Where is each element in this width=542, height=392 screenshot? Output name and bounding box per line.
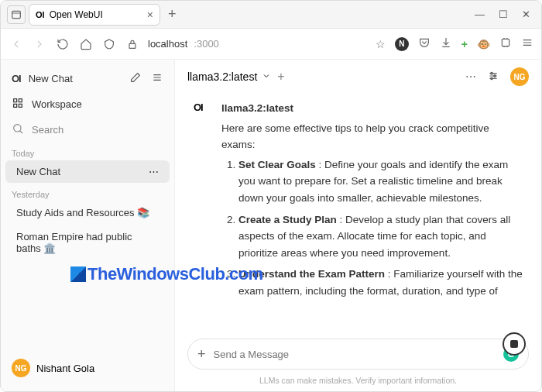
tip-item: Understand the Exam Pattern : Familiariz…	[238, 266, 523, 299]
sidebar-menu-icon[interactable]	[151, 71, 163, 86]
home-icon[interactable]	[78, 36, 94, 52]
workspace-label: Workspace	[32, 98, 82, 110]
svg-rect-13	[14, 104, 17, 107]
svg-rect-11	[14, 99, 17, 102]
browser-tab[interactable]: OI Open WebUI ×	[29, 4, 160, 26]
sidebar-tabs-icon[interactable]	[7, 5, 26, 24]
tip-item: Create a Study Plan : Develop a study pl…	[238, 211, 523, 262]
svg-point-20	[491, 72, 493, 74]
message-input-box[interactable]: + G	[187, 339, 529, 370]
maximize-icon[interactable]: ☐	[499, 9, 508, 20]
user-name: Nishant Gola	[36, 363, 94, 374]
back-icon[interactable]	[9, 36, 24, 52]
section-yesterday: Yesterday	[1, 184, 174, 201]
assistant-message: OI llama3.2:latest Here are some effecti…	[194, 100, 523, 304]
profile-icon[interactable]: 🐵	[477, 38, 490, 50]
workspace-icon	[12, 97, 24, 112]
close-window-icon[interactable]: ✕	[522, 9, 530, 20]
tab-title: Open WebUI	[50, 9, 103, 20]
extension-n-icon[interactable]: N	[395, 37, 409, 51]
minimize-icon[interactable]: —	[475, 9, 485, 20]
reload-icon[interactable]	[55, 36, 70, 52]
user-avatar: NG	[12, 359, 30, 377]
address-bar[interactable]: localhost:3000	[148, 38, 368, 50]
add-model-button[interactable]: +	[277, 70, 284, 84]
new-chat-link[interactable]: New Chat	[29, 73, 73, 84]
svg-rect-12	[19, 99, 22, 102]
browser-toolbar: localhost:3000 ☆ N + 🐵	[1, 29, 541, 60]
svg-rect-2	[129, 43, 136, 48]
model-selector[interactable]: llama3.2:latest	[187, 70, 271, 83]
svg-point-15	[14, 125, 21, 132]
message-intro: Here are some effective tips to help you…	[221, 120, 523, 153]
url-port: :3000	[194, 38, 219, 50]
pocket-icon[interactable]	[418, 36, 431, 51]
svg-rect-4	[502, 39, 509, 46]
svg-point-22	[491, 77, 493, 80]
settings-icon[interactable]	[487, 70, 499, 84]
more-icon[interactable]: ⋯	[465, 70, 476, 83]
extensions-icon[interactable]	[499, 36, 512, 51]
assistant-avatar: OI	[194, 100, 212, 304]
chat-item-new-chat[interactable]: New Chat ⋯	[5, 160, 170, 183]
sidebar-user[interactable]: NG Nishant Gola	[1, 351, 174, 385]
message-input[interactable]	[214, 349, 496, 360]
search-placeholder: Search	[32, 124, 63, 136]
chat-item-label: Roman Empire had public baths 🏛️	[16, 231, 159, 254]
tip-item: Set Clear Goals : Define your goals and …	[238, 156, 523, 207]
app-logo: OI	[12, 73, 21, 84]
chevron-down-icon	[262, 70, 271, 83]
chat-item-label: New Chat	[16, 166, 60, 177]
workspace-link[interactable]: Workspace	[1, 91, 174, 117]
svg-rect-14	[19, 104, 22, 107]
chat-item-study-aids[interactable]: Study Aids and Resources 📚	[5, 201, 170, 224]
close-tab-icon[interactable]: ×	[147, 9, 153, 21]
menu-icon[interactable]	[521, 36, 533, 51]
extension-plus-icon[interactable]: +	[461, 38, 468, 50]
search-icon	[12, 122, 24, 137]
attach-icon[interactable]: +	[197, 346, 206, 363]
titlebar: OI Open WebUI × + — ☐ ✕	[1, 1, 541, 29]
header-avatar[interactable]: NG	[510, 67, 529, 86]
tab-favicon: OI	[36, 10, 45, 19]
shield-icon[interactable]	[101, 36, 117, 52]
svg-rect-0	[12, 11, 21, 18]
stop-button[interactable]	[503, 332, 526, 356]
bookmark-icon[interactable]: ☆	[376, 38, 386, 50]
sidebar-search[interactable]: Search	[1, 117, 174, 143]
sidebar: OI New Chat Workspace Search Today New C…	[1, 60, 175, 391]
chat-item-roman-empire[interactable]: Roman Empire had public baths 🏛️	[5, 225, 170, 260]
forward-icon[interactable]	[32, 36, 47, 52]
url-host: localhost	[148, 38, 187, 50]
lock-icon[interactable]	[125, 36, 140, 52]
section-today: Today	[1, 143, 174, 160]
message-model-title: llama3.2:latest	[221, 100, 523, 117]
svg-line-16	[20, 131, 22, 133]
new-tab-button[interactable]: +	[163, 6, 181, 22]
download-icon[interactable]	[440, 36, 452, 51]
chat-item-more-icon[interactable]: ⋯	[149, 166, 159, 177]
chat-item-label: Study Aids and Resources 📚	[16, 207, 149, 218]
main-panel: llama3.2:latest + ⋯ NG OI llama3.2:lates…	[175, 60, 541, 391]
model-name: llama3.2:latest	[187, 70, 257, 83]
svg-point-21	[494, 74, 496, 77]
compose-icon[interactable]	[129, 71, 142, 86]
disclaimer: LLMs can make mistakes. Verify important…	[175, 373, 541, 391]
